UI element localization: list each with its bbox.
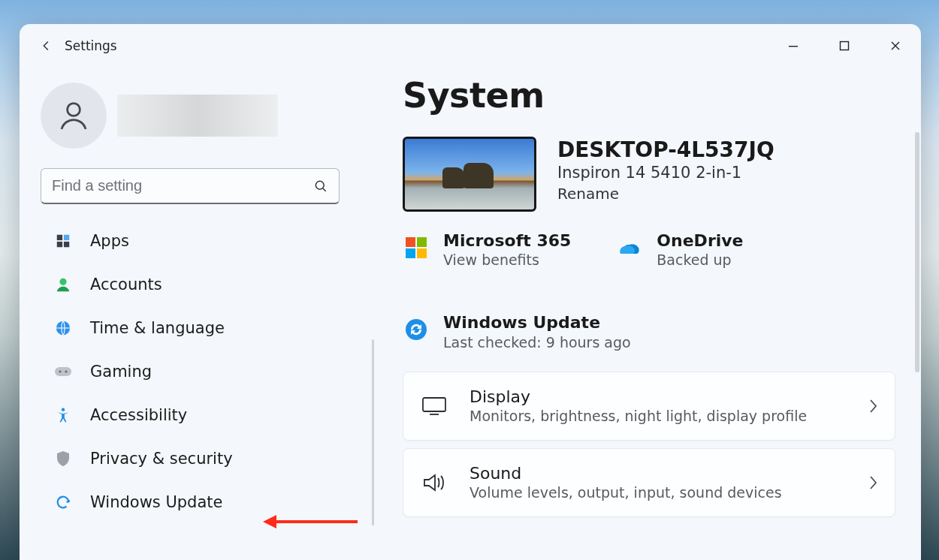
app-title: Settings [65,38,117,53]
device-summary: DESKTOP-4L537JQ Inspiron 14 5410 2-in-1 … [403,137,895,212]
sidebar-item-privacy-security[interactable]: Privacy & security [41,438,340,479]
svg-point-12 [65,370,67,372]
windows-update-icon [403,316,430,343]
minimize-button[interactable] [768,28,819,64]
close-button[interactable] [870,28,921,64]
card-title: Display [470,387,807,406]
annotation-arrow [264,515,358,528]
minimize-icon [788,41,799,51]
service-title: Microsoft 365 [443,231,571,250]
window-controls [768,28,921,64]
gaming-icon [54,363,72,381]
device-wallpaper-thumb[interactable] [403,137,536,212]
svg-point-13 [62,408,65,411]
shield-icon [54,450,72,468]
device-model: Inspiron 14 5410 2-in-1 [557,164,774,182]
svg-rect-0 [789,46,798,47]
service-microsoft-365[interactable]: Microsoft 365 View benefits [403,231,571,268]
update-icon [54,493,72,511]
sound-icon [420,472,448,493]
svg-rect-7 [64,242,69,247]
svg-rect-16 [406,248,415,258]
close-icon [890,41,901,51]
sidebar-item-label: Windows Update [90,493,222,511]
chevron-right-icon [868,398,878,414]
rename-link[interactable]: Rename [557,185,774,203]
svg-point-11 [59,370,61,372]
user-name-redacted [117,95,278,137]
card-subtitle: Monitors, brightness, night light, displ… [470,408,807,424]
card-display[interactable]: Display Monitors, brightness, night ligh… [403,372,895,441]
service-title: Windows Update [443,313,631,332]
onedrive-icon [616,234,643,261]
card-sound[interactable]: Sound Volume levels, output, input, soun… [403,448,895,517]
back-button[interactable] [32,31,62,61]
time-language-icon [54,319,72,337]
svg-rect-6 [57,242,62,247]
profile-block[interactable] [41,83,373,149]
nav-list: Apps Accounts Time & language [41,221,373,522]
accounts-icon [54,275,72,294]
maximize-icon [839,41,850,51]
sidebar-item-apps[interactable]: Apps [41,221,340,261]
sidebar-item-accounts[interactable]: Accounts [41,264,340,305]
sidebar-item-label: Gaming [90,363,152,381]
search-icon [313,179,328,194]
search-input[interactable] [52,177,313,194]
svg-rect-5 [64,235,69,240]
settings-cards: Display Monitors, brightness, night ligh… [403,372,895,517]
settings-window: Settings [20,24,921,560]
card-subtitle: Volume levels, output, input, sound devi… [470,484,782,501]
display-icon [420,396,448,417]
main-content: System DESKTOP-4L537JQ Inspiron 14 5410 … [373,68,921,560]
service-windows-update[interactable]: Windows Update Last checked: 9 hours ago [403,313,895,350]
svg-rect-10 [55,367,71,376]
apps-icon [54,232,72,250]
sidebar-item-label: Time & language [90,319,225,337]
service-subtitle: View benefits [443,251,571,268]
avatar [41,83,107,149]
svg-rect-14 [406,237,415,247]
sidebar: Apps Accounts Time & language [20,68,373,560]
svg-rect-15 [417,237,427,247]
maximize-button[interactable] [819,28,870,64]
svg-point-8 [59,278,66,285]
sidebar-item-label: Apps [90,232,129,250]
accessibility-icon [54,406,72,424]
svg-point-3 [316,181,324,189]
svg-point-2 [68,104,80,116]
service-tiles: Microsoft 365 View benefits OneDrive Bac… [403,231,895,351]
sidebar-item-time-language[interactable]: Time & language [41,308,340,348]
svg-rect-17 [417,248,427,258]
service-onedrive[interactable]: OneDrive Backed up [616,231,743,268]
card-title: Sound [470,464,782,483]
sidebar-item-label: Accessibility [90,406,187,424]
page-title: System [403,75,895,116]
service-subtitle: Backed up [657,251,743,268]
svg-rect-19 [423,398,445,411]
microsoft-365-icon [403,234,430,261]
svg-point-18 [406,319,427,340]
service-title: OneDrive [657,231,743,250]
service-subtitle: Last checked: 9 hours ago [443,334,631,351]
sidebar-item-label: Accounts [90,275,162,294]
user-icon [56,98,92,134]
title-bar: Settings [20,24,921,68]
sidebar-item-label: Privacy & security [90,450,233,468]
search-box[interactable] [41,168,340,204]
svg-rect-1 [841,42,849,50]
arrow-left-icon [38,38,55,54]
device-name: DESKTOP-4L537JQ [557,138,774,162]
sidebar-item-accessibility[interactable]: Accessibility [41,395,340,435]
main-scrollbar[interactable] [915,132,919,372]
chevron-right-icon [868,474,878,491]
svg-rect-4 [57,235,62,240]
sidebar-item-gaming[interactable]: Gaming [41,351,340,392]
